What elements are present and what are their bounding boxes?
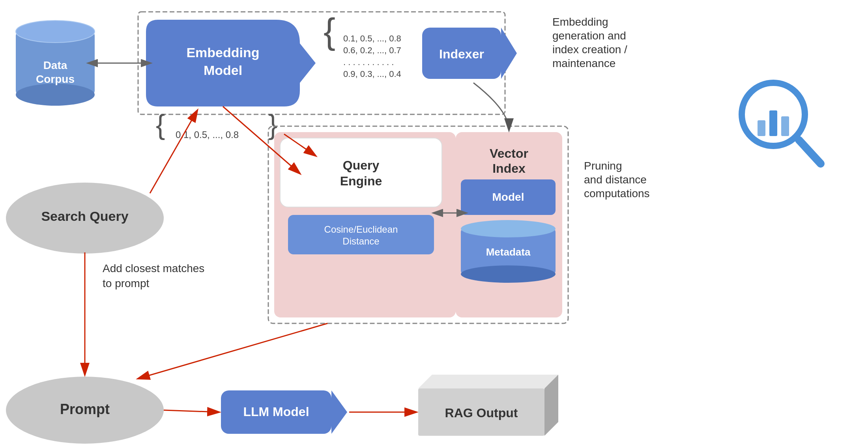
magnifier-icon [742, 83, 821, 164]
svg-rect-12 [288, 215, 434, 254]
vector-index-label1: Vector [490, 146, 528, 161]
annotation-right: Pruning and distance computations [584, 160, 650, 200]
svg-point-16 [461, 265, 556, 283]
arrow-indexer-vectorindex [473, 83, 509, 130]
annotation-top-line1: Embedding [552, 16, 608, 28]
svg-marker-4 [300, 43, 316, 83]
search-query-label: Search Query [41, 209, 128, 224]
annotation-bottom-left: Add closest matches to prompt [103, 262, 204, 289]
indexer: Indexer [422, 28, 517, 79]
prompt-label: Prompt [60, 401, 110, 417]
vector-number-line2: 0.6, 0.2, ..., 0.7 [343, 45, 401, 55]
data-corpus: Data Corpus [16, 21, 95, 106]
metadata-label: Metadata [486, 246, 531, 258]
svg-rect-25 [769, 110, 777, 136]
svg-rect-24 [758, 120, 765, 136]
rag-output: RAG Output [418, 375, 558, 436]
vector-numbers-top: { 0.1, 0.5, ..., 0.8 0.6, 0.2, ..., 0.7 … [324, 11, 401, 79]
model-box: Model [461, 179, 556, 215]
annotation-top-line3: index creation / [552, 43, 627, 56]
data-corpus-label: Data [43, 59, 67, 71]
vector-number-line3: 0.9, 0.3, ..., 0.4 [343, 69, 401, 79]
svg-point-15 [461, 220, 556, 237]
svg-marker-19 [331, 390, 347, 434]
annotation-right-line3: computations [584, 187, 650, 200]
annotation-right-line1: Pruning [584, 160, 622, 172]
annotation-bottom-line1: Add closest matches [103, 262, 204, 274]
search-query: Search Query [6, 183, 164, 254]
annotation-top: Embedding generation and index creation … [552, 16, 627, 69]
metadata-box: Metadata [461, 220, 556, 283]
embedding-model-label: Embedding [186, 45, 259, 60]
vector-number-dots: . . . . . . . . . . . [343, 57, 394, 67]
annotation-top-line4: maintenance [552, 57, 615, 69]
svg-text:{: { [324, 11, 335, 51]
query-engine-label: Query [343, 158, 380, 172]
svg-marker-7 [501, 28, 517, 79]
svg-line-27 [799, 140, 821, 164]
svg-point-2 [16, 84, 95, 106]
cosine-label1: Cosine/Euclidean [324, 224, 398, 235]
svg-marker-21 [418, 375, 558, 388]
rag-output-label: RAG Output [445, 406, 518, 420]
vector-number-line1: 0.1, 0.5, ..., 0.8 [343, 34, 401, 43]
llm-model-label: LLM Model [243, 405, 309, 419]
svg-text:{: { [156, 109, 165, 140]
arrow-prompt-llm [164, 410, 219, 412]
indexer-label: Indexer [439, 47, 484, 61]
diagram-container: Data Corpus Embedding Model { 0.1, 0.5, … [0, 0, 868, 448]
llm-model: LLM Model [221, 390, 347, 434]
model-label: Model [492, 191, 524, 203]
annotation-bottom-line2: to prompt [103, 277, 149, 289]
svg-rect-26 [781, 116, 789, 136]
arrow-query-prompt [138, 323, 327, 379]
cosine-label2: Distance [342, 236, 379, 246]
vector-index-label2: Index [492, 161, 526, 175]
embedding-model: Embedding Model [146, 20, 316, 106]
prompt: Prompt [6, 377, 164, 444]
embedding-model-label2: Model [204, 63, 242, 78]
vector-numbers-mid: { 0.1, 0.5, ..., 0.8 } [156, 109, 277, 140]
cosine-euclidean: Cosine/Euclidean Distance [288, 215, 434, 254]
data-corpus-label2: Corpus [36, 73, 75, 85]
annotation-top-line2: generation and [552, 30, 626, 42]
annotation-right-line2: and distance [584, 174, 647, 186]
query-engine-label2: Engine [340, 174, 382, 188]
